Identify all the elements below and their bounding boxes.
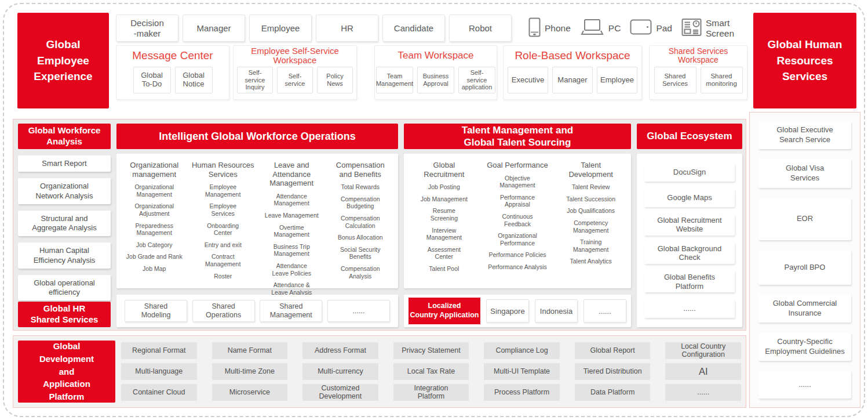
device-smart-screen: Smart Screen (681, 17, 734, 39)
workspace-item: Self-service application (458, 67, 495, 93)
analysis-item: Organizational Network Analysis (18, 178, 111, 204)
localized-country-application-banner: Localized Country Application (409, 298, 480, 324)
analysis-item: Smart Report (18, 155, 111, 172)
pc-icon (580, 19, 604, 38)
operations-item: Business Trip Management (273, 243, 310, 258)
platform-cell: Privacy Statement (393, 342, 469, 359)
talent-item: Job Management (421, 195, 468, 203)
analysis-item: Human Capital Efficiency Analysis (18, 242, 111, 269)
platform-cell: Multi-currency (302, 363, 378, 380)
platform-cell: Local Country Configuration (665, 342, 741, 359)
talent-item: Performance Analysis (488, 263, 547, 271)
persona-button: HR (316, 15, 378, 42)
operations-item: Roster (214, 273, 232, 280)
talent-item: Talent Analytics (570, 258, 611, 265)
goal-performance-column: Goal Performance Objective ManagementPer… (482, 161, 553, 281)
operations-item: Contract Management (205, 253, 240, 267)
talent-item: Job Posting (428, 183, 460, 191)
device-label: Pad (656, 23, 672, 33)
talent-management-panel: Global Recruitment Job PostingJob Manage… (404, 154, 631, 288)
workspace-item: Self- service Inquiry (237, 67, 273, 93)
group-title: Team Workspace (397, 46, 473, 66)
workspace-item: Business Approval (417, 67, 454, 93)
talent-item: Interview Management (426, 227, 462, 241)
operations-item: Job Map (143, 265, 166, 273)
shared-service-box: ...... (327, 300, 390, 322)
column-items: Objective ManagementPerformance Appraisa… (488, 175, 547, 276)
talent-development-column: Talent Development Talent ReviewTalent S… (555, 161, 626, 281)
group-items: Shared ServicesShared monitoring (654, 67, 743, 93)
platform-cell: Tiered Distribution (575, 363, 651, 380)
persona-buttons: Decision -makerManagerEmployeeHRCandidat… (116, 15, 512, 42)
device-label: Phone (545, 23, 571, 33)
analysis-items: Smart ReportOrganizational Network Analy… (18, 155, 111, 300)
ecosystem-item: Google Maps (644, 189, 735, 207)
platform-cell: Data Platform (575, 384, 651, 401)
workspace-item: Shared monitoring (701, 67, 743, 93)
workspace-item: Global Notice (175, 67, 213, 93)
employee-self-service-workspace-group: Employee Self-Service Workspace Self- se… (233, 45, 357, 100)
pad-icon (630, 19, 652, 37)
workspace-item: Policy News (317, 67, 353, 93)
global-workforce-analysis-header: Global Workforce Analysis (18, 124, 111, 149)
column-items: Talent ReviewTalent SuccessionJob Qualif… (566, 183, 615, 270)
operations-item: Compensation Budgeting (341, 195, 380, 210)
workspace-item: Team Management (376, 67, 413, 93)
group-title: Message Center (132, 46, 213, 66)
device-row: Phone PC Pad (528, 15, 743, 42)
group-items: Team ManagementBusiness ApprovalSelf-ser… (376, 67, 495, 93)
global-development-platform-banner: Global Development and Application Platf… (18, 341, 115, 403)
operations-item: Attendance Management (274, 193, 309, 207)
persona-row: Decision -makerManagerEmployeeHRCandidat… (116, 15, 747, 42)
talent-item: Assessment Center (428, 246, 461, 260)
global-hr-services-column: Global Executive Search ServiceGlobal Vi… (749, 112, 860, 408)
ecosystem-item: Global Benefits Platform (644, 271, 735, 292)
global-hr-shared-services-header: Global HR Shared Services (18, 302, 111, 327)
device-pad: Pad (630, 19, 672, 37)
workspace-item: Self- service (277, 67, 313, 93)
operations-item: Leave Management (265, 212, 319, 219)
platform-cell: ...... (665, 384, 741, 401)
workforce-operations-panel: Organizational management Organizational… (116, 154, 398, 288)
talent-item: Talent Review (572, 183, 610, 191)
column-title: Goal Performance (487, 161, 548, 170)
platform-cell: AI (665, 363, 741, 380)
workspace-item: Shared Services (654, 67, 696, 93)
operations-item: Compensation Analysis (341, 265, 380, 280)
platform-cell: Regional Format (121, 342, 197, 359)
global-ecosystem-header: Global Ecosystem (637, 124, 742, 149)
talent-item: Talent Pool (429, 265, 459, 273)
talent-item: Resume Screening (431, 207, 458, 222)
platform-cell: Container Cloud (121, 384, 197, 401)
ecosystem-item: DocuSign (644, 163, 735, 182)
operations-item: Total Rewards (341, 183, 380, 191)
talent-item: Job Qualifications (567, 207, 615, 215)
operations-item: Organizational Adjustment (134, 202, 174, 217)
persona-button: Decision -maker (116, 15, 178, 42)
operations-item: Onboarding Center (207, 222, 239, 237)
persona-button: Robot (449, 15, 512, 42)
service-box: Global Commercial Insurance (758, 295, 851, 323)
human-resources-services-column: Human Resources Services Employee Manage… (190, 161, 257, 281)
device-label: Smart Screen (706, 18, 734, 38)
platform-cell: Address Format (302, 342, 378, 359)
talent-item: Continuous Feedback (502, 213, 533, 227)
device-phone: Phone (528, 17, 571, 39)
platform-cell: Global Report (575, 342, 651, 359)
country-box: Singapore (486, 299, 529, 323)
workspace-item: Employee (597, 67, 637, 93)
platform-band: Global Development and Application Platf… (13, 335, 746, 408)
service-box: Global Executive Search Service (758, 121, 851, 149)
phone-icon (528, 17, 541, 39)
column-title: Compensation and Benefits (336, 161, 385, 179)
platform-grid: Regional FormatName FormatAddress Format… (121, 342, 741, 401)
analysis-item: Structural and Aggregate Analysis (18, 211, 111, 237)
talent-item: Objective Management (499, 175, 535, 189)
compensation-benefits-column: Compensation and Benefits Total RewardsC… (327, 161, 394, 281)
operations-item: Entry and exit (205, 241, 242, 249)
talent-item: Talent Succession (566, 195, 615, 203)
shared-services-row: Shared ModelingShared OperationsShared M… (116, 295, 398, 327)
role-based-workspace-group: Role-Based Workspace ExecutiveManagerEmp… (503, 45, 642, 100)
service-box: Global Visa Services (758, 159, 851, 188)
column-title: Leave and Attendance Management (269, 161, 313, 188)
